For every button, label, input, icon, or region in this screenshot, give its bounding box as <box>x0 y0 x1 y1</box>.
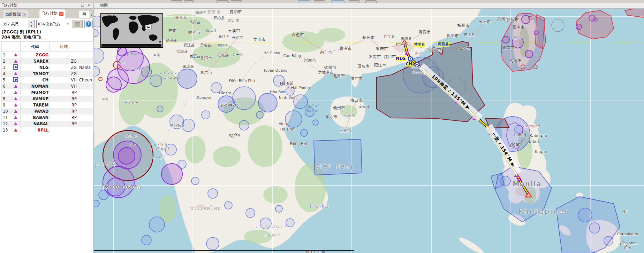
route-endpoints: (ZGGG) 到 (RPLL) <box>1 30 41 34</box>
tab-close-icon[interactable]: ✕ <box>22 13 26 17</box>
waypoint-region: RP <box>50 89 78 96</box>
col-code[interactable]: 代码 <box>20 42 50 52</box>
airspace-circle <box>157 106 163 112</box>
map-panel-title: 地图 <box>100 3 108 8</box>
altitude-stepper[interactable]: 357 英尺 ▲▼ <box>1 20 35 28</box>
row-index: 1 <box>2 52 11 58</box>
world-overview-inset[interactable] <box>100 13 163 48</box>
waypoint-name <box>78 52 93 58</box>
row-index: 13 <box>2 127 11 133</box>
row-symbol <box>11 102 20 108</box>
waypoint-region: RP <box>50 114 78 121</box>
row-index: 4 <box>2 71 11 77</box>
waypoint-region <box>50 52 78 58</box>
waypoint-name <box>78 96 93 102</box>
table-row[interactable]: 1ZGGG <box>2 52 93 58</box>
row-symbol <box>11 83 20 89</box>
help-button[interactable]: ? <box>84 20 93 28</box>
left-panel-titlebar: 飞行计划 ❐ ✕ <box>0 3 93 9</box>
list-icon: ▤ <box>82 11 86 16</box>
row-symbol <box>11 114 20 121</box>
table-row[interactable]: 10PAYADRP <box>2 108 93 114</box>
airspace-circle <box>286 219 294 227</box>
vor-icon <box>13 77 18 82</box>
flight-rule-select[interactable]: IFR-仪表飞行 ∨ <box>36 20 70 28</box>
airspace-circle <box>225 201 232 209</box>
tab-close-icon[interactable]: ✕ <box>59 12 63 16</box>
map-canvas[interactable]: 南涧县云南省昆明市双柏县澄江市保山市凤庆县芒市临沧市镇沅县玉溪市元江县开远市镇康… <box>94 9 644 253</box>
row-index: 2 <box>2 58 11 64</box>
airspace-circle <box>256 111 263 118</box>
waypoint-region: VH <box>50 83 78 89</box>
vietnam-coast-sector <box>314 139 362 175</box>
arrow-down-icon[interactable]: ▼ <box>30 25 32 27</box>
waypoint-code: NOMAN <box>20 83 50 89</box>
arrow-up-icon[interactable]: ▲ <box>30 21 32 23</box>
waypoint-name <box>78 127 93 133</box>
table-row[interactable]: 12NABALRP <box>2 121 93 127</box>
table-row[interactable]: 11BABANRP <box>2 114 93 121</box>
airspace-circle <box>107 178 125 196</box>
table-row[interactable]: 13RPLL <box>2 127 93 133</box>
airspace-circle <box>177 69 197 88</box>
flight-plan-panel: 当前性能✕ 飞行计划✕ ▤ ▾ 357 英尺 ▲▼ IFR-仪表飞行 ∨ <box>0 9 93 253</box>
airspace-circle <box>260 218 271 229</box>
export-button[interactable] <box>72 20 83 28</box>
waypoint-code: TAMOT <box>20 71 50 77</box>
stepper-arrows[interactable]: ▲▼ <box>28 20 34 28</box>
airport-icon <box>14 53 17 56</box>
col-region[interactable]: 区域 <box>50 42 78 52</box>
row-symbol <box>11 96 20 102</box>
close-panel-icon[interactable]: ✕ <box>86 3 92 8</box>
row-symbol <box>11 108 20 114</box>
table-row[interactable]: 6NOMANVH <box>2 83 93 89</box>
table-row[interactable]: 3NLGZGNanla <box>2 64 93 71</box>
table-row[interactable]: 4TAMOTZG <box>2 71 93 77</box>
airspace-circle <box>191 177 199 185</box>
table-row[interactable]: 5CHVHCheun <box>2 77 93 83</box>
waypoint-code: BABAN <box>20 114 50 121</box>
flight-plan-body: 357 英尺 ▲▼ IFR-仪表飞行 ∨ ? (ZGGG) 到 (RPLL) 7… <box>0 18 93 253</box>
airspace-circle <box>211 82 221 93</box>
waypoint-code: SAREX <box>20 58 50 64</box>
table-row[interactable]: 2SAREXZG <box>2 58 93 64</box>
airspace-circle <box>208 189 218 198</box>
tab-label: 飞行计划 <box>42 11 58 16</box>
vor-symbol[interactable] <box>415 62 419 66</box>
table-row[interactable]: 7MUMOTRP <box>2 89 93 96</box>
row-index: 8 <box>2 96 11 102</box>
waypoint-code: NABAL <box>20 121 50 127</box>
waypoint-code: TAREM <box>20 102 50 108</box>
row-symbol <box>11 52 20 58</box>
airspace-circle <box>218 96 235 112</box>
tab-label: 当前性能 <box>5 12 21 16</box>
chevron-down-icon: ∨ <box>67 22 69 25</box>
row-symbol <box>11 77 20 83</box>
airspace-circle <box>99 190 108 200</box>
table-row[interactable]: 9TAREMRP <box>2 102 93 108</box>
waypoint-region: RP <box>50 96 78 102</box>
vor-icon <box>13 64 18 70</box>
airspace-circle <box>165 144 176 155</box>
tab-flight-plan[interactable]: 飞行计划✕ <box>39 9 66 18</box>
tab-current-performance[interactable]: 当前性能✕ <box>2 10 29 18</box>
airspace-circle <box>99 77 102 81</box>
fix-icon <box>14 116 17 119</box>
row-index: 7 <box>2 89 11 96</box>
vor-symbol[interactable] <box>408 57 412 61</box>
export-icon <box>75 22 80 26</box>
table-row[interactable]: 8AVMUPRP <box>2 96 93 102</box>
waypoint-code: CH <box>20 77 50 83</box>
airspace-circle <box>246 208 255 218</box>
plan-list-button[interactable]: ▤ ▾ <box>79 10 90 18</box>
airspace-circle <box>178 160 186 168</box>
airspace-circle <box>233 87 256 110</box>
waypoint-code: ZGGG <box>20 52 50 58</box>
waypoint-table: 代码 区域 1ZGGG2SAREXZG3NLGZGNanla4TAMOTZG5C… <box>1 41 93 133</box>
float-panel-icon[interactable]: ❐ <box>80 3 85 8</box>
airspace-circle <box>301 129 308 136</box>
fix-icon <box>14 60 17 63</box>
altitude-value: 357 英尺 <box>2 22 19 27</box>
airspace-circle <box>275 205 282 212</box>
airspace-circle <box>149 217 165 232</box>
